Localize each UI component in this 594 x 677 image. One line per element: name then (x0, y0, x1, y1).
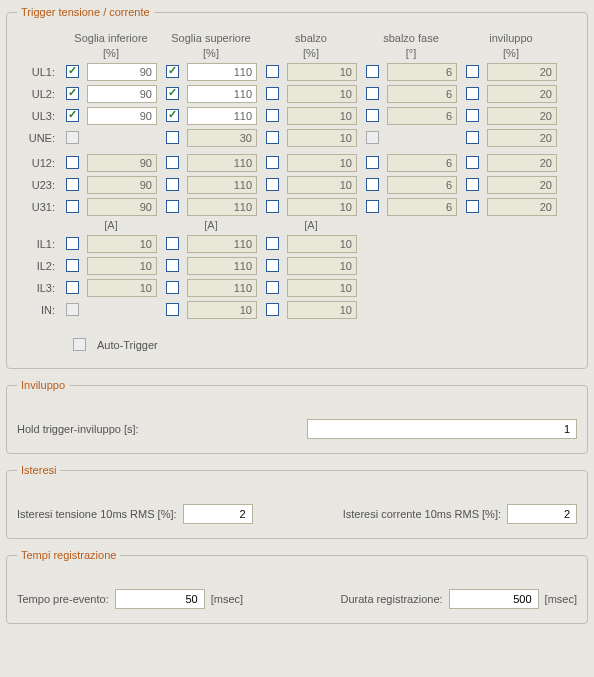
il1-cb2[interactable] (166, 259, 179, 272)
ul0-cb3[interactable] (266, 65, 279, 78)
il1-cb1[interactable] (66, 259, 79, 272)
ul1-cb4[interactable] (366, 87, 379, 100)
ul1-cb3[interactable] (266, 87, 279, 100)
tempo-pre-input[interactable] (115, 589, 205, 609)
uu1-val1[interactable] (87, 176, 157, 194)
il0-val1[interactable] (87, 235, 157, 253)
ul1-cb1[interactable] (66, 87, 79, 100)
durata-input[interactable] (449, 589, 539, 609)
ul2-cb5[interactable] (466, 109, 479, 122)
ul3-val2[interactable] (187, 129, 257, 147)
isteresi-corrente-input[interactable] (507, 504, 577, 524)
uu1-cb2[interactable] (166, 178, 179, 191)
ul2-cb4[interactable] (366, 109, 379, 122)
il0-cb3[interactable] (266, 237, 279, 250)
uu1-val5[interactable] (487, 176, 557, 194)
ul3-cb2[interactable] (166, 131, 179, 144)
col-unit-3: [°] (365, 47, 457, 59)
ul3-cb4[interactable] (366, 131, 379, 144)
uu2-val4[interactable] (387, 198, 457, 216)
ul2-val4[interactable] (387, 107, 457, 125)
hold-trigger-input[interactable] (307, 419, 577, 439)
ul1-cb2[interactable] (166, 87, 179, 100)
uu0-cb2[interactable] (166, 156, 179, 169)
il2-val3[interactable] (287, 279, 357, 297)
uu2-val2[interactable] (187, 198, 257, 216)
il2-cb3[interactable] (266, 281, 279, 294)
il3-val2[interactable] (187, 301, 257, 319)
uu2-cb2[interactable] (166, 200, 179, 213)
uu1-cb5[interactable] (466, 178, 479, 191)
uu0-val3[interactable] (287, 154, 357, 172)
uu1-cb4[interactable] (366, 178, 379, 191)
ul3-val3[interactable] (287, 129, 357, 147)
ul2-label: UL3: (17, 110, 57, 122)
ul0-val2[interactable] (187, 63, 257, 81)
uu1-val3[interactable] (287, 176, 357, 194)
uu2-cb5[interactable] (466, 200, 479, 213)
il0-cb2[interactable] (166, 237, 179, 250)
il3-cb2[interactable] (166, 303, 179, 316)
ul1-val3[interactable] (287, 85, 357, 103)
ul2-val2[interactable] (187, 107, 257, 125)
uu2-val1[interactable] (87, 198, 157, 216)
uu2-cb3[interactable] (266, 200, 279, 213)
ul2-cb2[interactable] (166, 109, 179, 122)
ul1-cb5[interactable] (466, 87, 479, 100)
il0-val3[interactable] (287, 235, 357, 253)
ul0-cb1[interactable] (66, 65, 79, 78)
uu2-cb1[interactable] (66, 200, 79, 213)
il3-cb3[interactable] (266, 303, 279, 316)
il1-val3[interactable] (287, 257, 357, 275)
il2-cb1[interactable] (66, 281, 79, 294)
uu2-cb4[interactable] (366, 200, 379, 213)
ul2-cb3[interactable] (266, 109, 279, 122)
uu0-cb3[interactable] (266, 156, 279, 169)
col-header-0: Soglia inferiore (65, 32, 157, 44)
uu0-val1[interactable] (87, 154, 157, 172)
il3-cb1[interactable] (66, 303, 79, 316)
ul2-val1[interactable] (87, 107, 157, 125)
ul2-cb1[interactable] (66, 109, 79, 122)
ul2-val3[interactable] (287, 107, 357, 125)
ul0-cb5[interactable] (466, 65, 479, 78)
il1-cb3[interactable] (266, 259, 279, 272)
il2-val2[interactable] (187, 279, 257, 297)
uu1-cb1[interactable] (66, 178, 79, 191)
isteresi-tensione-input[interactable] (183, 504, 253, 524)
ul0-cb2[interactable] (166, 65, 179, 78)
ul3-val5[interactable] (487, 129, 557, 147)
ul3-cb1[interactable] (66, 131, 79, 144)
ul2-val5[interactable] (487, 107, 557, 125)
il1-val2[interactable] (187, 257, 257, 275)
ul3-cb5[interactable] (466, 131, 479, 144)
il0-cb1[interactable] (66, 237, 79, 250)
uu0-cb1[interactable] (66, 156, 79, 169)
ul3-cb3[interactable] (266, 131, 279, 144)
ul1-val2[interactable] (187, 85, 257, 103)
il1-val1[interactable] (87, 257, 157, 275)
ul0-val1[interactable] (87, 63, 157, 81)
uu2-val3[interactable] (287, 198, 357, 216)
auto-trigger-checkbox[interactable] (73, 338, 86, 351)
uu1-val2[interactable] (187, 176, 257, 194)
uu1-cb3[interactable] (266, 178, 279, 191)
ul1-val5[interactable] (487, 85, 557, 103)
il2-cb2[interactable] (166, 281, 179, 294)
uu0-val2[interactable] (187, 154, 257, 172)
il2-val1[interactable] (87, 279, 157, 297)
ul1-val1[interactable] (87, 85, 157, 103)
ul0-cb4[interactable] (366, 65, 379, 78)
uu1-val4[interactable] (387, 176, 457, 194)
ul1-val4[interactable] (387, 85, 457, 103)
il0-val2[interactable] (187, 235, 257, 253)
uu0-cb5[interactable] (466, 156, 479, 169)
uu0-val5[interactable] (487, 154, 557, 172)
uu2-val5[interactable] (487, 198, 557, 216)
uu0-cb4[interactable] (366, 156, 379, 169)
ul0-val3[interactable] (287, 63, 357, 81)
uu0-val4[interactable] (387, 154, 457, 172)
ul0-val4[interactable] (387, 63, 457, 81)
il3-val3[interactable] (287, 301, 357, 319)
ul0-val5[interactable] (487, 63, 557, 81)
